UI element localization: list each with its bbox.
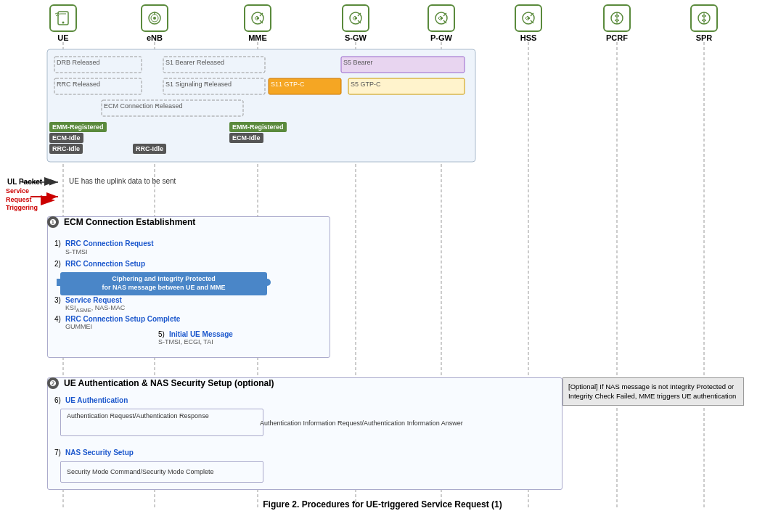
entity-enb: eNB [141, 4, 168, 42]
step3-label: Service Request [65, 296, 122, 304]
step7-label: NAS Security Setup [65, 449, 134, 457]
spr-label: SPR [696, 33, 713, 42]
entity-mme: MME [244, 4, 271, 42]
section1-num: ❶ [47, 216, 59, 228]
section2-num: ❷ [47, 377, 59, 389]
svg-point-39 [153, 17, 156, 20]
entity-hss: HSS [515, 4, 542, 42]
svg-point-35 [62, 22, 65, 24]
step4-num: 4) [54, 315, 61, 323]
rrc-label: RRC Released [57, 81, 100, 88]
mme-icon [244, 4, 271, 32]
svg-point-46 [355, 17, 357, 20]
section1-header: ❶ ECM Connection Establishment [47, 216, 195, 228]
pgw-icon [428, 4, 455, 32]
mme-label: MME [248, 33, 267, 42]
spr-icon [690, 4, 718, 32]
ue-emm-state: EMM-Registered [49, 122, 107, 132]
step4-label: RRC Connection Setup Complete [65, 315, 180, 323]
step3-num: 3) [54, 296, 61, 304]
cipher-dot-left [57, 279, 64, 286]
step1-sublabel: S-TMSI [65, 248, 88, 255]
step6-label: UE Authentication [65, 396, 128, 404]
step4-sublabel: GUMMEI [65, 323, 92, 330]
s1bearer-label: S1 Bearer Released [165, 59, 224, 66]
svg-point-54 [528, 17, 530, 20]
step2-num: 2) [54, 260, 61, 268]
step5-num: 5) [158, 330, 165, 338]
svg-marker-61 [44, 177, 56, 186]
sgw-icon [342, 4, 369, 32]
ue-rrc-state: RRC-Idle [49, 144, 83, 154]
entity-pgw: P-GW [428, 4, 455, 42]
section1-label: ECM Connection Establishment [64, 217, 195, 227]
mme-ecm-state: ECM-Idle [229, 133, 263, 143]
svg-marker-62 [41, 195, 55, 205]
drb-label: DRB Released [57, 59, 100, 66]
ecm-label: ECM Connection Released [104, 102, 183, 110]
step7-num: 7) [54, 449, 61, 457]
svg-point-50 [441, 17, 443, 20]
auth-box: Authentication Request/Authentication Re… [60, 409, 263, 436]
sgw-label: S-GW [345, 33, 367, 42]
step5-sublabel: S-TMSI, ECGI, TAI [158, 338, 213, 345]
step1-label: RRC Connection Request [65, 240, 154, 247]
hss-icon [515, 4, 542, 32]
step1-num: 1) [54, 240, 61, 247]
nas-security-label: Security Mode Command/Security Mode Comp… [67, 468, 214, 475]
ul-packet-label: UL Packet [7, 178, 42, 186]
figure-caption: Figure 2. Procedures for UE-triggered Se… [0, 499, 765, 510]
s1sig-label: S1 Signaling Released [165, 81, 232, 88]
step2-label: RRC Connection Setup [65, 260, 145, 268]
service-request-label: Service [6, 187, 38, 196]
step5-label: Initial UE Message [169, 330, 233, 338]
ue-label: UE [57, 33, 68, 42]
enb-rrc-state: RRC-Idle [133, 144, 166, 154]
mme-emm-state: EMM-Registered [229, 122, 287, 132]
entity-spr: SPR [690, 4, 718, 42]
section2-label: UE Authentication & NAS Security Setup (… [64, 378, 274, 388]
ue-ecm-state: ECM-Idle [49, 133, 83, 143]
step6-num: 6) [54, 396, 61, 404]
note-box: [Optional] If NAS message is not Integri… [562, 377, 744, 406]
hss-label: HSS [520, 33, 537, 42]
note-text: [Optional] If NAS message is not Integri… [568, 382, 736, 400]
auth-info-label: Authentication Information Request/Authe… [260, 420, 463, 427]
ue-icon [49, 4, 77, 32]
cipher-box: Ciphering and Integrity Protectedfor NAS… [60, 272, 267, 295]
enb-label: eNB [147, 33, 163, 42]
s11gtp-label: S11 GTP-C [271, 81, 305, 88]
pgw-label: P-GW [430, 33, 452, 42]
step3-sublabel: KSIASME, NAS-MAC [65, 304, 125, 314]
entity-sgw: S-GW [342, 4, 369, 42]
figure-caption-text: Figure 2. Procedures for UE-triggered Se… [263, 499, 502, 510]
cipher-dot-right [263, 279, 271, 286]
nas-security-box: Security Mode Command/Security Mode Comp… [60, 461, 263, 483]
section2-header: ❷ UE Authentication & NAS Security Setup… [47, 377, 274, 389]
pcrf-label: PCRF [606, 33, 628, 42]
svg-point-42 [257, 17, 259, 20]
entity-ue: UE [49, 4, 77, 42]
service-request-area: Service Request Triggering [6, 187, 55, 213]
entity-pcrf: PCRF [603, 4, 631, 42]
s5gtp-label: S5 GTP-C [351, 81, 381, 88]
pcrf-icon [603, 4, 631, 32]
enb-icon [141, 4, 168, 32]
ul-packet-area: UL Packet [7, 177, 56, 186]
auth-arrow-label: Authentication Request/Authentication Re… [67, 412, 209, 420]
s5bearer-label: S5 Bearer [343, 59, 373, 66]
trigger-text: UE has the uplink data to be sent [69, 177, 176, 185]
